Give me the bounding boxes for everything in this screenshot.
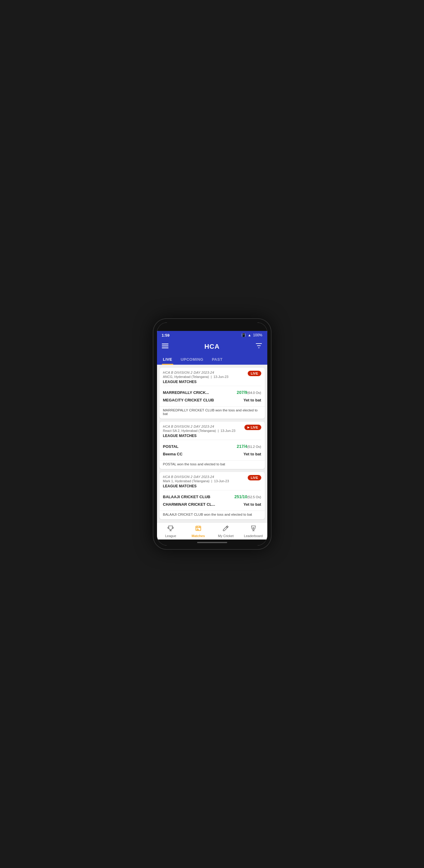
live-badge-1: LIVE [248,371,261,376]
team-score-2b: Yet to bat [243,452,261,456]
tab-past[interactable]: PAST [211,355,224,365]
venue-2: React SA 2, Hyderabad (Telangana) [163,429,216,433]
nav-item-league[interactable]: League [157,523,185,539]
nav-label-my-cricket: My Cricket [218,534,234,538]
card-header-2: HCA B DIVISION 2 DAY 2023-24 React SA 2,… [159,422,265,440]
notch-bar [157,322,267,331]
camera-notch [194,324,230,329]
card-header-3: HCA B DIVISION 2 DAY 2023-24 Mark 1, Hyd… [159,472,265,490]
match-type-1: LEAGUE MATCHES [163,380,229,384]
app-header: HCA [157,339,267,355]
svg-rect-2 [162,347,169,348]
battery-icon: 100% [253,333,263,337]
card-header-1: HCA B DIVISION 2 DAY 2023-24 ANCG, Hyder… [159,368,265,386]
match-type-3: LEAGUE MATCHES [163,484,229,488]
team-row-1b: MEGACITY CRICKET CLUB Yet to bat [163,396,261,404]
status-time: 1:59 [162,333,170,338]
svg-point-4 [253,527,254,529]
team-row-1a: MARREDPALLY CRICK... 207/9(64.0 Ov) [163,389,261,396]
venue-3: Mark 1, Hyderabad (Telangana) [163,479,210,483]
matches-list: HCA B DIVISION 2 DAY 2023-24 ANCG, Hyder… [157,365,267,522]
teams-section-1: MARREDPALLY CRICK... 207/9(64.0 Ov) MEGA… [159,386,265,406]
nav-label-leaderboard: Leaderboard [244,534,263,538]
team-row-2a: POSTAL 217/4(51.2 Ov) [163,442,261,450]
match-card-1[interactable]: HCA B DIVISION 2 DAY 2023-24 ANCG, Hyder… [159,368,265,418]
nav-item-my-cricket[interactable]: My Cricket [212,523,240,539]
toss-info-2: POSTAL won the toss and elected to bat [159,460,265,469]
vibrate-icon: 📳 [241,333,246,337]
tournament-name-2: HCA B DIVISION 2 DAY 2023-24 [163,425,236,428]
team-score-3b: Yet to bat [243,502,261,507]
league-icon [167,525,174,533]
card-meta-2: HCA B DIVISION 2 DAY 2023-24 React SA 2,… [163,425,236,438]
svg-rect-0 [162,344,169,344]
match-card-3[interactable]: HCA B DIVISION 2 DAY 2023-24 Mark 1, Hyd… [159,472,265,519]
app-title: HCA [204,343,220,350]
hamburger-menu-icon[interactable] [162,343,169,350]
team-name-1a: MARREDPALLY CRICK... [163,390,209,395]
team-score-3a: 251/10(52.5 Ov) [235,494,261,499]
team-row-3b: CHARMINAR CRICKET CL... Yet to bat [163,501,261,508]
team-score-1a: 207/9(64.0 Ov) [237,390,261,395]
filter-icon[interactable] [255,342,262,350]
tab-upcoming[interactable]: UPCOMING [179,355,205,365]
nav-label-league: League [165,534,176,538]
venue-date-2: React SA 2, Hyderabad (Telangana) | 13-J… [163,429,236,433]
nav-item-leaderboard[interactable]: Leaderboard [240,523,267,539]
match-type-2: LEAGUE MATCHES [163,434,236,438]
toss-info-3: BALAAJI CRICKET CLUB won the toss and el… [159,510,265,519]
tabs-bar: LIVE UPCOMING PAST [157,355,267,365]
team-row-2b: Beema CC Yet to bat [163,450,261,458]
team-name-3a: BALAAJI CRICKET CLUB [163,495,210,499]
team-row-3a: BALAAJI CRICKET CLUB 251/10(52.5 Ov) [163,493,261,501]
card-meta-3: HCA B DIVISION 2 DAY 2023-24 Mark 1, Hyd… [163,475,229,488]
date-2: 13-Jun-23 [220,429,236,433]
team-name-1b: MEGACITY CRICKET CLUB [163,398,214,402]
live-badge-2: LIVE [244,425,261,430]
team-score-1b: Yet to bat [243,398,261,402]
tournament-name-1: HCA B DIVISION 2 DAY 2023-24 [163,371,229,374]
my-cricket-icon [222,525,229,533]
nav-item-matches[interactable]: Matches [184,523,212,539]
wifi-icon: ▲ [248,333,251,337]
team-name-2b: Beema CC [163,452,183,456]
status-bar: 1:59 📳 ▲ 100% [157,331,267,339]
svg-rect-1 [162,346,169,347]
tournament-name-3: HCA B DIVISION 2 DAY 2023-24 [163,475,229,478]
venue-date-3: Mark 1, Hyderabad (Telangana) | 13-Jun-2… [163,479,229,483]
phone-device: 1:59 📳 ▲ 100% HCA [153,319,271,549]
status-icons: 📳 ▲ 100% [241,333,263,337]
match-card-2[interactable]: HCA B DIVISION 2 DAY 2023-24 React SA 2,… [159,422,265,469]
card-meta-1: HCA B DIVISION 2 DAY 2023-24 ANCG, Hyder… [163,371,229,384]
home-indicator [157,539,267,546]
team-name-2a: POSTAL [163,444,179,449]
date-3: 13-Jun-23 [214,479,229,483]
phone-screen: 1:59 📳 ▲ 100% HCA [157,322,267,546]
teams-section-2: POSTAL 217/4(51.2 Ov) Beema CC Yet to ba… [159,440,265,460]
nav-label-matches: Matches [192,534,205,538]
team-name-3b: CHARMINAR CRICKET CL... [163,502,215,507]
venue-1: ANCG, Hyderabad (Telangana) [163,375,209,378]
venue-date-1: ANCG, Hyderabad (Telangana) | 13-Jun-23 [163,375,229,378]
teams-section-3: BALAAJI CRICKET CLUB 251/10(52.5 Ov) CHA… [159,490,265,510]
date-1: 13-Jun-23 [213,375,229,378]
toss-info-1: MARREDPALLY CRICKET CLUB won the toss an… [159,406,265,418]
team-score-2a: 217/4(51.2 Ov) [237,444,261,449]
home-bar [197,542,227,543]
live-badge-3: LIVE [248,475,261,480]
matches-icon [195,525,202,533]
bottom-nav: League Matches [157,522,267,539]
tab-live[interactable]: LIVE [162,355,174,365]
leaderboard-icon [250,525,257,533]
